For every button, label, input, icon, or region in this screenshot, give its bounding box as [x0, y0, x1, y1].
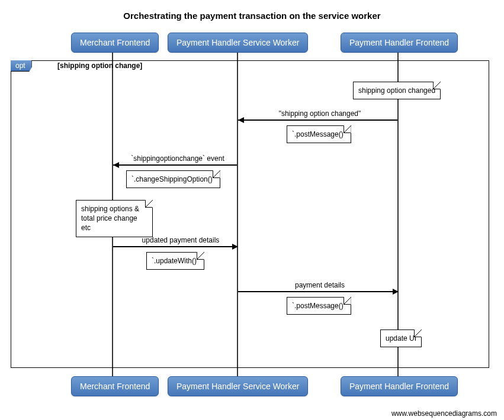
note-updatewith: `.updateWith()`: [146, 252, 204, 270]
footer-credit: www.websequencediagrams.com: [391, 409, 497, 418]
participant-label: Payment Handler Frontend: [349, 382, 449, 391]
note-shipping-changed: shipping option changed: [353, 82, 441, 99]
msg-line-4: [238, 291, 397, 292]
msg-arrow-2: [113, 162, 119, 168]
msg-label-shippingoptionchange: `shippingoptionchange` event: [118, 154, 237, 163]
diagram-title: Orchestrating the payment transaction on…: [0, 0, 504, 21]
participant-merchant-top: Merchant Frontend: [71, 33, 159, 53]
msg-arrow-1: [238, 117, 244, 123]
opt-guard: [shipping option change]: [57, 62, 142, 70]
note-options-price: shipping options & total price change et…: [76, 200, 153, 237]
note-changeshippingoption: `.changeShippingOption()`: [126, 170, 220, 188]
msg-line-2: [113, 164, 237, 166]
participant-label: Merchant Frontend: [80, 38, 150, 47]
participant-label: Payment Handler Service Worker: [176, 38, 299, 47]
participant-phfrontend-top: Payment Handler Frontend: [341, 33, 458, 53]
participant-merchant-bottom: Merchant Frontend: [71, 376, 159, 396]
note-postmessage-1: `.postMessage()`: [287, 125, 351, 143]
participant-label: Payment Handler Service Worker: [176, 382, 299, 391]
participant-phfrontend-bottom: Payment Handler Frontend: [341, 376, 458, 396]
note-update-ui: update UI: [380, 329, 422, 347]
participant-sw-top: Payment Handler Service Worker: [168, 33, 308, 53]
msg-line-1: [238, 119, 397, 121]
msg-arrow-4: [393, 289, 399, 295]
msg-line-3: [113, 246, 237, 247]
msg-arrow-3: [232, 244, 238, 250]
msg-label-payment-details: payment details: [272, 281, 367, 289]
participant-sw-bottom: Payment Handler Service Worker: [168, 376, 308, 396]
opt-label: opt: [11, 60, 32, 72]
participant-label: Merchant Frontend: [80, 382, 150, 391]
msg-label-updated-details: updated payment details: [130, 236, 231, 244]
note-postmessage-2: `.postMessage()`: [287, 297, 351, 315]
participant-label: Payment Handler Frontend: [349, 38, 449, 47]
msg-label-shipping-changed: "shipping option changed": [243, 109, 397, 118]
